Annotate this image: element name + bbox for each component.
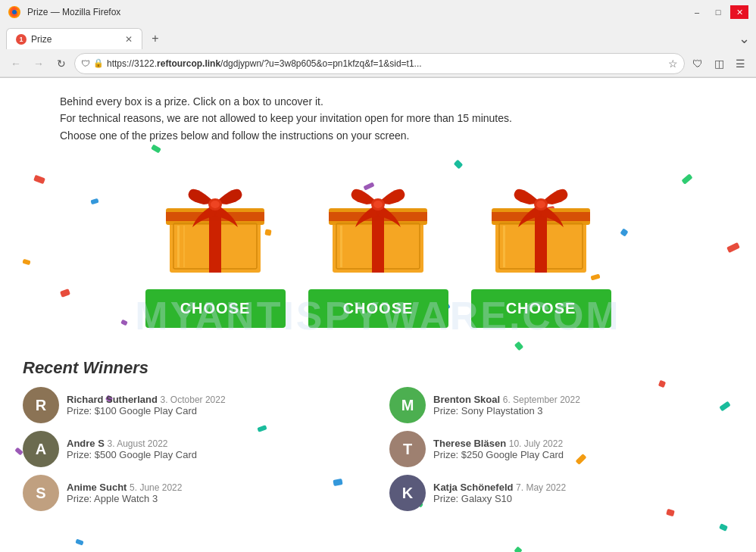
winner-item: KKatja Schönefeld 7. May 2022Prize: Gala… xyxy=(389,475,733,511)
winner-name-date: Andre S 3. August 2022 xyxy=(67,438,197,449)
winner-name: Therese Bläsen xyxy=(433,438,509,449)
winner-prize: Prize: Sony Playstation 3 xyxy=(433,405,580,416)
winner-prize: Prize: $500 Google Play Card xyxy=(67,449,197,460)
winner-name: Richard Sutherland xyxy=(67,394,161,405)
svg-point-11 xyxy=(211,201,220,208)
tab-close-icon[interactable]: ✕ xyxy=(125,34,133,45)
tab-bar: 1 Prize ✕ + ⌄ xyxy=(0,24,756,50)
lock-icon: 🔒 xyxy=(93,58,104,68)
gift-svg-3 xyxy=(480,159,601,280)
winner-name: Andre S xyxy=(67,438,107,449)
gift-box-1 xyxy=(155,159,276,280)
window-controls: – □ ✕ xyxy=(688,5,748,19)
winner-name-date: Therese Bläsen 10. July 2022 xyxy=(433,438,564,449)
address-text: https://3122.reftourcop.link/dgdjypwn/?u… xyxy=(107,58,665,69)
winner-item: MBrenton Skoal 6. September 2022Prize: S… xyxy=(389,387,733,423)
bookmark-icon[interactable]: ☆ xyxy=(668,58,678,70)
winner-info: Andre S 3. August 2022Prize: $500 Google… xyxy=(67,438,197,460)
winner-date: 3. October 2022 xyxy=(161,395,226,405)
choose-button-1[interactable]: CHOOSE xyxy=(145,289,286,328)
new-tab-button[interactable]: + xyxy=(145,29,165,48)
svg-rect-8 xyxy=(166,212,264,221)
svg-point-1 xyxy=(12,10,17,14)
title-text: Prize — Mozilla Firefox xyxy=(27,7,120,17)
winner-prize: Prize: $100 Google Play Card xyxy=(67,405,226,416)
gift-item-3: CHOOSE xyxy=(471,159,611,328)
address-bar[interactable]: 🛡 🔒 https://3122.reftourcop.link/dgdjypw… xyxy=(74,53,685,74)
extensions-button[interactable]: ◫ xyxy=(709,54,729,73)
winner-name-date: Richard Sutherland 3. October 2022 xyxy=(67,394,226,405)
intro-text: Behind every box is a prize. Click on a … xyxy=(60,93,696,144)
gift-item-1: CHOOSE xyxy=(145,159,286,328)
intro-line-2: For technical reasons, we are not allowe… xyxy=(60,110,696,126)
winner-item: RRichard Sutherland 3. October 2022Prize… xyxy=(23,387,367,423)
winner-avatar: A xyxy=(23,431,59,467)
winner-name-date: Brenton Skoal 6. September 2022 xyxy=(433,394,580,405)
winner-date: 6. September 2022 xyxy=(503,395,580,405)
winner-avatar: T xyxy=(389,431,426,467)
winner-info: Anime Sucht 5. June 2022Prize: Apple Wat… xyxy=(67,482,182,504)
svg-point-28 xyxy=(536,201,545,208)
active-tab[interactable]: 1 Prize ✕ xyxy=(6,28,142,49)
winners-title: Recent Winners xyxy=(23,358,733,378)
winner-prize: Prize: Galaxy S10 xyxy=(433,493,566,504)
gift-box-2 xyxy=(317,159,439,280)
back-button[interactable]: ← xyxy=(6,54,26,73)
title-bar: Prize — Mozilla Firefox – □ ✕ xyxy=(0,0,756,24)
winner-name-date: Katja Schönefeld 7. May 2022 xyxy=(433,482,566,493)
nav-bar: ← → ↻ 🛡 🔒 https://3122.reftourcop.link/d… xyxy=(0,50,756,77)
choose-button-3[interactable]: CHOOSE xyxy=(471,289,611,328)
winner-item: AAndre S 3. August 2022Prize: $500 Googl… xyxy=(23,431,367,467)
minimize-button[interactable]: – xyxy=(688,5,706,19)
close-button[interactable]: ✕ xyxy=(730,5,748,19)
firefox-icon xyxy=(8,5,21,19)
tab-label: Prize xyxy=(31,34,52,45)
winner-info: Brenton Skoal 6. September 2022Prize: So… xyxy=(433,394,580,416)
shield-icon: 🛡 xyxy=(81,58,90,69)
tab-badge: 1 xyxy=(16,34,27,45)
page-content: MYANTISPYWARE.COM Behind every box is a … xyxy=(0,78,756,552)
winner-avatar: K xyxy=(389,475,426,511)
winner-avatar: R xyxy=(23,387,59,423)
maximize-button[interactable]: □ xyxy=(709,5,727,19)
forward-button[interactable]: → xyxy=(29,54,48,73)
svg-rect-21 xyxy=(340,226,342,267)
svg-rect-29 xyxy=(503,226,505,267)
title-bar-left: Prize — Mozilla Firefox xyxy=(8,5,120,19)
winner-name-date: Anime Sucht 5. June 2022 xyxy=(67,482,182,493)
shield-nav-button[interactable]: 🛡 xyxy=(688,54,708,73)
winner-date: 5. June 2022 xyxy=(130,482,182,493)
gift-box-3 xyxy=(480,159,601,280)
winner-prize: Prize: $250 Google Play Card xyxy=(433,449,564,460)
menu-button[interactable]: ☰ xyxy=(730,54,750,73)
svg-rect-13 xyxy=(183,226,185,267)
browser-chrome: Prize — Mozilla Firefox – □ ✕ 1 Prize ✕ … xyxy=(0,0,756,78)
winner-item: SAnime Sucht 5. June 2022Prize: Apple Wa… xyxy=(23,475,367,511)
winner-avatar: M xyxy=(389,387,426,423)
intro-line-3: Choose one of the prizes below and follo… xyxy=(60,127,696,144)
nav-right-buttons: 🛡 ◫ ☰ xyxy=(688,54,750,73)
intro-line-1: Behind every box is a prize. Click on a … xyxy=(60,93,696,110)
main-container: Behind every box is a prize. Click on a … xyxy=(37,78,719,351)
winner-info: Katja Schönefeld 7. May 2022Prize: Galax… xyxy=(433,482,566,504)
choose-button-2[interactable]: CHOOSE xyxy=(308,289,448,328)
svg-point-20 xyxy=(373,201,383,208)
winner-name: Brenton Skoal xyxy=(433,394,503,405)
tab-overflow-icon[interactable]: ⌄ xyxy=(739,30,750,47)
winner-name: Anime Sucht xyxy=(67,482,130,493)
winner-prize: Prize: Apple Watch 3 xyxy=(67,493,182,504)
svg-rect-26 xyxy=(492,212,590,221)
winner-avatar: S xyxy=(23,475,59,511)
winner-info: Therese Bläsen 10. July 2022Prize: $250 … xyxy=(433,438,564,460)
winners-section: Recent Winners RRichard Sutherland 3. Oc… xyxy=(0,351,756,519)
svg-rect-18 xyxy=(329,212,427,221)
svg-rect-12 xyxy=(177,226,180,267)
reload-button[interactable]: ↻ xyxy=(52,54,71,73)
winners-grid: RRichard Sutherland 3. October 2022Prize… xyxy=(23,387,733,511)
winner-info: Richard Sutherland 3. October 2022Prize:… xyxy=(67,394,226,416)
gift-svg-1 xyxy=(155,159,276,280)
winner-date: 7. May 2022 xyxy=(516,482,566,493)
winner-date: 10. July 2022 xyxy=(509,438,563,449)
gift-svg-2 xyxy=(317,159,439,280)
winner-date: 3. August 2022 xyxy=(107,438,167,449)
